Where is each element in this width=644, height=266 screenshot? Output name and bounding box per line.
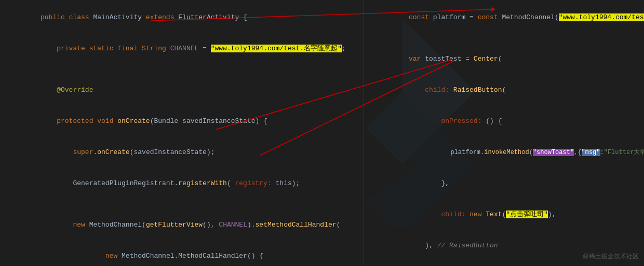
right-line-5: onPressed: () { [368, 106, 640, 137]
parent-class: FlutterActivity [178, 13, 243, 21]
channel-string-right: "www.toly1994.com/test.名字随意起" [559, 13, 644, 21]
code-line-9: new MethodChannel(getFlutterView(), CHAN… [0, 209, 364, 241]
right-line-3: var toastTest = Center( [368, 44, 640, 75]
classname: MainActivity [93, 13, 145, 21]
keyword-public: public [41, 13, 69, 21]
code-line-8 [0, 199, 364, 209]
code-line-3 [0, 64, 364, 75]
code-line-1: public class MainActivity extends Flutte… [0, 2, 364, 33]
show-toast-right: "showToast" [533, 149, 574, 156]
right-line-6: platform.invokeMethod("showToast",{"msg"… [368, 137, 640, 168]
code-line-4: @Override [0, 75, 364, 106]
code-area: public class MainActivity extends Flutte… [0, 0, 644, 266]
keyword-extends: extends [146, 13, 178, 21]
msg-key-right: "msg" [582, 149, 600, 156]
right-line-2 [368, 33, 640, 44]
code-line-10: new MethodChannel.MethodCallHandler() { [0, 241, 364, 266]
text-content-right: "点击弹吐司" [506, 211, 548, 218]
code-line-7: GeneratedPluginRegistrant.registerWith( … [0, 168, 364, 199]
right-code-panel: const platform = const MethodChannel("ww… [364, 0, 644, 266]
right-line-10: ); // Center [368, 261, 640, 266]
right-line-7: }, [368, 168, 640, 199]
watermark: @稀土掘金技术社区 [583, 252, 639, 261]
code-line-6: super.onCreate(savedInstanceState); [0, 137, 364, 168]
right-code-block: const platform = const MethodChannel("ww… [364, 0, 644, 266]
code-line-5: protected void onCreate(Bundle savedInst… [0, 106, 364, 137]
keyword-class: class [69, 13, 93, 21]
right-line-4: child: RaisedButton( [368, 75, 640, 106]
channel-string-left: "www.toly1994.com/test.名字随意起" [211, 45, 342, 52]
right-line-1: const platform = const MethodChannel("ww… [368, 2, 640, 33]
left-code-panel: public class MainActivity extends Flutte… [0, 0, 364, 266]
right-line-8: child: new Text("点击弹吐司"), [368, 199, 640, 230]
code-line-2: private static final String CHANNEL = "w… [0, 33, 364, 64]
left-code-block: public class MainActivity extends Flutte… [0, 0, 364, 266]
